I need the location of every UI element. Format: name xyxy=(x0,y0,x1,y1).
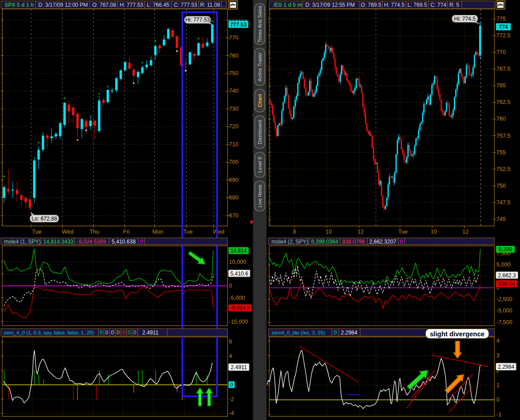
svg-text:mole4 (1, SPY): mole4 (1, SPY) xyxy=(4,239,41,245)
svg-text:C: 777.53: C: 777.53 xyxy=(174,2,197,8)
svg-text:-5,000: -5,000 xyxy=(229,295,245,301)
svg-text:5,000: 5,000 xyxy=(497,262,511,268)
svg-text:2.2984: 2.2984 xyxy=(341,330,357,336)
svg-text:8: 8 xyxy=(293,229,296,235)
svg-text:Dashboard: Dashboard xyxy=(257,120,262,145)
svg-text:770: 770 xyxy=(229,35,239,41)
svg-text:670: 670 xyxy=(229,212,239,219)
svg-text:10: 10 xyxy=(326,229,332,235)
svg-text:-5,000: -5,000 xyxy=(497,307,512,314)
svg-text:-15,000: -15,000 xyxy=(229,319,248,325)
svg-text:Lo: 672.88: Lo: 672.88 xyxy=(32,216,57,222)
svg-text:745: 745 xyxy=(497,216,506,222)
svg-text:Tue: Tue xyxy=(32,229,41,235)
svg-text:838.0796: 838.0796 xyxy=(342,239,365,245)
svg-text:0: 0 xyxy=(105,330,109,336)
svg-text:Wed: Wed xyxy=(62,229,74,235)
svg-text:0: 0 xyxy=(229,283,232,289)
svg-text:L: 769.5: L: 769.5 xyxy=(407,2,427,8)
svg-text:4: 4 xyxy=(497,338,500,344)
svg-text:0: 0 xyxy=(133,330,136,336)
svg-text:O: 769.5: O: 769.5 xyxy=(361,2,381,8)
svg-text:10,000: 10,000 xyxy=(229,259,246,265)
svg-text:Tue: Tue xyxy=(183,229,193,235)
svg-text:-9,024.5: -9,024.5 xyxy=(230,305,250,311)
svg-text:838.08: 838.08 xyxy=(498,281,515,287)
svg-text:H: 774.5: H: 774.5 xyxy=(384,2,405,8)
svg-text:5,410.638: 5,410.638 xyxy=(112,239,136,245)
svg-text:0: 0 xyxy=(230,382,233,388)
svg-text:0: 0 xyxy=(99,330,103,336)
svg-text:R: 11.08: R: 11.08 xyxy=(200,2,221,8)
svg-text:12: 12 xyxy=(462,229,469,235)
svg-text:H: 777.53: H: 777.53 xyxy=(120,2,143,8)
svg-text:750: 750 xyxy=(497,183,506,189)
svg-text:772.5: 772.5 xyxy=(497,32,511,39)
svg-text:10: 10 xyxy=(431,229,437,235)
svg-text:0: 0 xyxy=(117,330,120,336)
svg-text:Thu: Thu xyxy=(90,229,99,235)
svg-text:762.5: 762.5 xyxy=(497,99,511,105)
svg-text:-4: -4 xyxy=(229,410,234,416)
svg-text:0: 0 xyxy=(334,330,337,336)
svg-text:1: 1 xyxy=(497,382,500,388)
svg-text:zero_4_0 (1, 0.3, spy, false,: zero_4_0 (1, 0.3, spy, false, false, 1, … xyxy=(4,330,94,335)
svg-text:-9,024.5359: -9,024.5359 xyxy=(77,239,106,245)
svg-text:2.4911: 2.4911 xyxy=(231,364,247,370)
svg-text:Live News: Live News xyxy=(257,185,262,208)
svg-text:Chart: Chart xyxy=(257,94,262,107)
svg-text:0: 0 xyxy=(400,239,403,245)
svg-text:Tue: Tue xyxy=(398,229,407,235)
svg-text:Times And Sales: Times And Sales xyxy=(257,5,262,43)
svg-text:700: 700 xyxy=(229,159,239,165)
svg-text:5,410.6: 5,410.6 xyxy=(230,271,248,277)
svg-text:0: 0 xyxy=(111,330,114,336)
svg-text:Hi: 777.53: Hi: 777.53 xyxy=(185,17,210,23)
svg-text:6: 6 xyxy=(229,339,232,345)
svg-text:D: 3/17/09 12:55 PM: D: 3/17/09 12:55 PM xyxy=(305,2,355,8)
svg-text:0: 0 xyxy=(122,330,125,336)
svg-text:2,662.3207: 2,662.3207 xyxy=(369,239,396,245)
svg-text:2.4911: 2.4911 xyxy=(142,330,158,336)
svg-text:0: 0 xyxy=(497,397,500,403)
svg-text:752.5: 752.5 xyxy=(497,166,511,172)
svg-text:757.5: 757.5 xyxy=(497,133,511,139)
svg-text:14,814: 14,814 xyxy=(231,248,247,254)
svg-text:D: 3/17/09 12:00 PM: D: 3/17/09 12:00 PM xyxy=(38,2,88,8)
svg-text:Hi: 774.5: Hi: 774.5 xyxy=(454,16,475,22)
svg-text:8,399: 8,399 xyxy=(498,246,512,253)
svg-text:777.53: 777.53 xyxy=(230,22,247,28)
svg-text:760: 760 xyxy=(497,116,506,122)
svg-text:Level II: Level II xyxy=(257,157,262,172)
svg-text:zero4_0_lite (/es, 3, 25): zero4_0_lite (/es, 3, 25) xyxy=(271,330,325,335)
svg-text:774: 774 xyxy=(499,24,508,30)
svg-text:750: 750 xyxy=(229,70,239,77)
svg-text:L: 766.45: L: 766.45 xyxy=(147,2,169,8)
svg-text:SPX 5 d 1 h: SPX 5 d 1 h xyxy=(5,2,34,8)
svg-text:O: 767.08: O: 767.08 xyxy=(92,2,116,8)
svg-text:775: 775 xyxy=(497,16,506,22)
svg-text:C: 774: C: 774 xyxy=(430,2,447,8)
svg-text:755: 755 xyxy=(497,149,506,156)
svg-text:710: 710 xyxy=(229,141,239,148)
svg-text:Wed: Wed xyxy=(213,229,225,235)
svg-text:-2: -2 xyxy=(229,396,234,402)
svg-text:2,662.3: 2,662.3 xyxy=(498,272,516,279)
svg-text:3: 3 xyxy=(497,352,500,359)
svg-text:12: 12 xyxy=(357,229,364,235)
svg-text:760: 760 xyxy=(229,53,239,59)
svg-text:765: 765 xyxy=(497,82,506,89)
svg-text:Fri: Fri xyxy=(123,229,130,235)
svg-text:0: 0 xyxy=(128,330,131,336)
svg-text:740: 740 xyxy=(229,88,239,94)
svg-text:4: 4 xyxy=(229,353,232,359)
svg-text:8,399.0364: 8,399.0364 xyxy=(311,239,338,245)
svg-text:-1: -1 xyxy=(497,411,502,418)
svg-text:690: 690 xyxy=(229,177,239,183)
svg-text:720: 720 xyxy=(229,123,239,130)
svg-text:767.5: 767.5 xyxy=(497,66,511,72)
svg-text:Active Trader: Active Trader xyxy=(257,52,262,81)
svg-text:slight divergence: slight divergence xyxy=(430,330,485,338)
svg-text:-2,500: -2,500 xyxy=(497,296,512,303)
svg-text:680: 680 xyxy=(229,194,239,201)
